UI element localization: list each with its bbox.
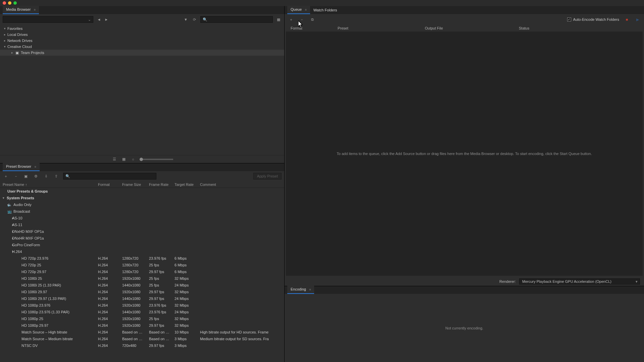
preset-rate: Based on … xyxy=(149,330,175,334)
start-queue-icon[interactable]: ▶ xyxy=(635,16,641,22)
group-label: DNxHR MXF OP1a xyxy=(12,236,44,240)
encoding-empty-text: Not currently encoding. xyxy=(445,326,483,330)
group-audio-only[interactable]: ▸🔈Audio Only xyxy=(0,201,284,208)
add-source-icon[interactable]: ＋ xyxy=(288,16,294,22)
preset-comment: High bitrate output for HD sources. Fram… xyxy=(200,330,284,334)
group-dnxhd[interactable]: ▸DNxHD MXF OP1a xyxy=(0,228,284,235)
tree-favorites[interactable]: ▾Favorites xyxy=(0,25,284,32)
thumb-view-icon[interactable]: ▦ xyxy=(121,156,127,162)
preset-format: H.264 xyxy=(98,330,122,334)
preset-size: 720x480 xyxy=(122,344,149,348)
preset-row[interactable]: HD 1080p 23.976 (1.33 PAR)H.2641440x1080… xyxy=(0,309,284,315)
preset-rate: Based on … xyxy=(149,337,175,341)
preset-row[interactable]: HD 1080i 29.97H.2641920x108029.97 fps32 … xyxy=(0,289,284,295)
group-dnxhr[interactable]: ▸DNxHR MXF OP1a xyxy=(0,235,284,242)
preset-search-input[interactable]: 🔍 xyxy=(63,173,156,179)
preset-row[interactable]: Match Source – High bitrateH.264Based on… xyxy=(0,329,284,335)
preset-size: 1920x1080 xyxy=(122,323,149,327)
tab-encoding[interactable]: Encoding ≡ xyxy=(287,286,314,294)
preset-name: NTSC DV xyxy=(3,344,38,348)
zoom-out-icon[interactable]: ○ xyxy=(130,156,136,162)
twisty-icon: ▾ xyxy=(3,45,7,48)
panel-menu-icon[interactable]: ≡ xyxy=(309,288,311,291)
tab-watch-folders[interactable]: Watch Folders xyxy=(310,6,341,14)
preset-rate: 23.976 fps xyxy=(149,303,175,307)
panel-menu-icon[interactable]: ≡ xyxy=(305,8,306,11)
remove-preset-icon[interactable]: － xyxy=(13,173,19,179)
group-as10[interactable]: ▸AS-10 xyxy=(0,215,284,221)
col-frame-rate[interactable]: Frame Rate xyxy=(149,183,175,187)
preset-row[interactable]: HD 1080i 25 (1.33 PAR)H.2641440x108025 f… xyxy=(0,282,284,289)
tree-creative-cloud[interactable]: ▾Creative Cloud xyxy=(0,44,284,50)
media-browser-tree: ▾Favorites ▸Local Drives ▸Network Drives… xyxy=(0,25,284,155)
path-dropdown[interactable]: ⌄ xyxy=(3,16,93,23)
col-comment[interactable]: Comment xyxy=(200,183,284,187)
preset-row[interactable]: HD 1080p 25H.2641920x108025 fps32 Mbps xyxy=(0,315,284,322)
remove-source-icon[interactable]: － xyxy=(299,16,305,22)
preset-format: H.264 xyxy=(98,270,122,274)
preset-rate: 29.97 fps xyxy=(149,270,175,274)
preset-row[interactable]: HD 1080p 29.97H.2641920x108029.97 fps32 … xyxy=(0,322,284,329)
col-frame-size[interactable]: Frame Size xyxy=(122,183,149,187)
group-system-presets[interactable]: ▾System Presets xyxy=(0,195,284,201)
minimize-window-icon[interactable] xyxy=(8,1,11,5)
tree-local-drives[interactable]: ▸Local Drives xyxy=(0,32,284,38)
group-h264[interactable]: ▾H.264 xyxy=(0,248,284,255)
new-group-icon[interactable]: ▣ xyxy=(23,173,29,179)
tab-preset-browser[interactable]: Preset Browser ≡ xyxy=(3,163,40,171)
col-target-rate[interactable]: Target Rate xyxy=(175,183,200,187)
preset-row[interactable]: Match Source – Medium bitrateH.264Based … xyxy=(0,335,284,342)
queue-drop-area[interactable]: To add items to the queue, click the Add… xyxy=(286,32,643,276)
preset-row[interactable]: HD 720p 29.97H.2641280x72029.97 fps6 Mbp… xyxy=(0,268,284,275)
refresh-icon[interactable]: ⟳ xyxy=(192,16,198,22)
preset-settings-icon[interactable]: ⚙ xyxy=(33,173,39,179)
group-broadcast[interactable]: ▾📺Broadcast xyxy=(0,208,284,215)
group-as11[interactable]: ▸AS-11 xyxy=(0,221,284,228)
speaker-icon: 🔈 xyxy=(7,203,12,207)
export-preset-icon[interactable]: ⇧ xyxy=(53,173,59,179)
tab-media-browser[interactable]: Media Browser ≡ xyxy=(3,6,39,14)
tree-team-projects[interactable]: ▸▣Team Projects xyxy=(0,50,284,56)
close-window-icon[interactable] xyxy=(3,1,6,5)
encoding-tabbar: Encoding ≡ xyxy=(285,286,644,294)
preset-target: 24 Mbps xyxy=(175,297,200,301)
tree-network-drives[interactable]: ▸Network Drives xyxy=(0,38,284,44)
apply-preset-button[interactable]: Apply Preset xyxy=(253,173,282,179)
add-preset-icon[interactable]: ＋ xyxy=(3,173,9,179)
preset-row[interactable]: NTSC DVH.264720x48029.97 fps3 Mbps xyxy=(0,342,284,349)
preset-row[interactable]: HD 1080i 25H.2641920x108025 fps32 Mbps xyxy=(0,275,284,282)
tab-label: Media Browser xyxy=(6,7,31,11)
preset-format: H.264 xyxy=(98,263,122,267)
preset-row[interactable]: HD 1080p 23.976H.2641920x108023.976 fps3… xyxy=(0,302,284,309)
import-preset-icon[interactable]: ⇩ xyxy=(43,173,49,179)
ingest-icon[interactable]: ▦ xyxy=(276,16,282,22)
list-view-icon[interactable]: ☰ xyxy=(111,156,117,162)
group-gopro[interactable]: ▸GoPro CineForm xyxy=(0,242,284,248)
preset-size: 1920x1080 xyxy=(122,317,149,321)
tab-queue[interactable]: Queue ≡ xyxy=(287,6,310,14)
stop-queue-icon[interactable]: ■ xyxy=(624,16,630,22)
duplicate-icon[interactable]: ⧉ xyxy=(309,16,315,22)
panel-menu-icon[interactable]: ≡ xyxy=(35,165,36,168)
group-label: AS-10 xyxy=(12,216,22,220)
preset-format: H.264 xyxy=(98,310,122,314)
preset-rate: 23.976 fps xyxy=(149,256,175,260)
media-search-input[interactable]: 🔍 xyxy=(200,16,273,23)
preset-row[interactable]: HD 720p 23.976H.2641280x72023.976 fps6 M… xyxy=(0,255,284,262)
col-format[interactable]: Format xyxy=(98,183,122,187)
filter-icon[interactable]: ▼ xyxy=(183,16,189,22)
preset-row[interactable]: HD 1080i 29.97 (1.33 PAR)H.2641440x10802… xyxy=(0,295,284,302)
auto-encode-checkbox[interactable]: ✓ Auto-Encode Watch Folders xyxy=(567,17,619,21)
col-output-file: Output File xyxy=(425,26,519,30)
panel-menu-icon[interactable]: ≡ xyxy=(34,8,36,11)
group-user-presets[interactable]: User Presets & Groups xyxy=(0,188,284,195)
preset-target: 3 Mbps xyxy=(175,344,200,348)
renderer-dropdown[interactable]: Mercury Playback Engine GPU Acceleration… xyxy=(519,278,640,285)
maximize-window-icon[interactable] xyxy=(13,1,17,5)
nav-back-icon[interactable]: ◄ xyxy=(96,16,102,22)
broadcast-icon: 📺 xyxy=(7,209,12,214)
zoom-slider[interactable] xyxy=(140,159,173,160)
preset-row[interactable]: HD 720p 25H.2641280x72025 fps6 Mbps xyxy=(0,262,284,268)
col-preset-name[interactable]: Preset Name ↑ xyxy=(3,183,98,187)
nav-forward-icon[interactable]: ► xyxy=(103,16,109,22)
